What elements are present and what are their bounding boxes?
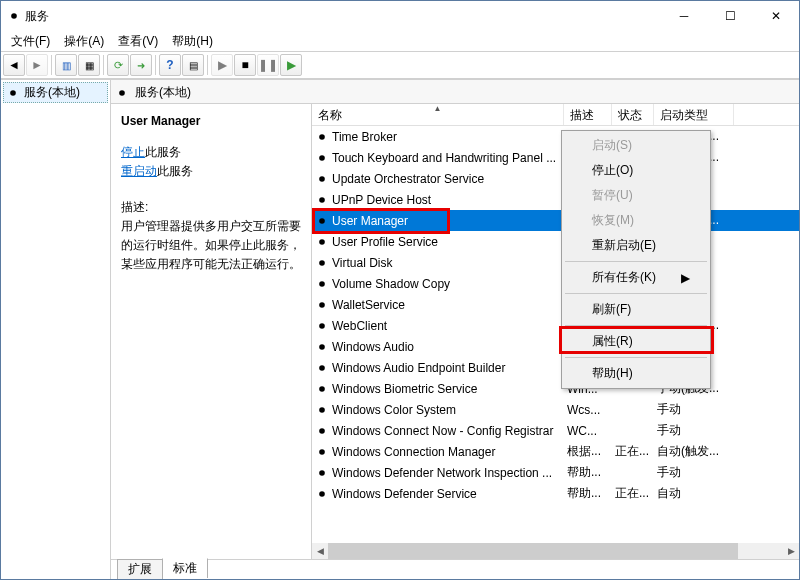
toolbar: ◄ ► ▥ ▦ ⟳ ➜ ? ▤ ▶ ■ ❚❚ ▶ [1, 51, 799, 79]
gear-icon [315, 319, 329, 333]
service-row[interactable]: Windows Audio Endpoint Builder管理...正在...… [312, 357, 799, 378]
right-pane: 服务(本地) User Manager 停止此服务 重启动此服务 描述: 用户管… [111, 80, 799, 579]
service-row[interactable]: Virtual Disk提供...手动 [312, 252, 799, 273]
service-name: Windows Biometric Service [332, 382, 477, 396]
restart-service-button[interactable]: ▶ [280, 54, 302, 76]
gear-icon [315, 487, 329, 501]
tab-extended[interactable]: 扩展 [117, 559, 163, 579]
service-name: WalletService [332, 298, 405, 312]
context-menu-item[interactable]: 刷新(F) [564, 297, 708, 322]
stop-service-button[interactable]: ■ [234, 54, 256, 76]
service-row[interactable]: Windows Biometric ServiceWin...手动(触发... [312, 378, 799, 399]
gear-icon [315, 340, 329, 354]
export-button[interactable]: ➜ [130, 54, 152, 76]
col-startup[interactable]: 启动类型 [654, 104, 734, 125]
tree-root-label: 服务(本地) [24, 84, 80, 101]
nav-forward-button[interactable]: ► [26, 54, 48, 76]
content-tab-label: 服务(本地) [135, 84, 191, 101]
menu-view[interactable]: 查看(V) [112, 31, 164, 52]
maximize-button[interactable]: ☐ [707, 1, 753, 31]
help-button[interactable]: ? [159, 54, 181, 76]
service-name: Volume Shadow Copy [332, 277, 450, 291]
gear-icon [315, 466, 329, 480]
context-menu-item[interactable]: 属性(R) [564, 329, 708, 354]
view-mode-button[interactable]: ▦ [78, 54, 100, 76]
service-name: Windows Audio [332, 340, 414, 354]
horizontal-scrollbar[interactable]: ◀ ▶ [312, 543, 799, 559]
sort-asc-icon: ▲ [434, 104, 442, 113]
service-row[interactable]: Volume Shadow Copy管理...手动 [312, 273, 799, 294]
scrollbar-thumb[interactable] [328, 543, 738, 559]
menu-separator [565, 293, 707, 294]
minimize-button[interactable]: ─ [661, 1, 707, 31]
col-status[interactable]: 状态 [612, 104, 654, 125]
start-service-button[interactable]: ▶ [211, 54, 233, 76]
show-hide-tree-button[interactable]: ▥ [55, 54, 77, 76]
service-name: Windows Color System [332, 403, 456, 417]
service-row[interactable]: Windows Connection Manager根据...正在...自动(触… [312, 441, 799, 462]
context-menu-item[interactable]: 所有任务(K)▶ [564, 265, 708, 290]
properties-button[interactable]: ▤ [182, 54, 204, 76]
service-row[interactable]: WalletService电子...手动 [312, 294, 799, 315]
nav-back-button[interactable]: ◄ [3, 54, 25, 76]
tree-root-item[interactable]: 服务(本地) [3, 82, 108, 103]
titlebar[interactable]: 服务 ─ ☐ ✕ [1, 1, 799, 31]
gear-icon [315, 445, 329, 459]
list-rows[interactable]: Time Broker协调...正在...手动(触发...Touch Keybo… [312, 126, 799, 543]
service-row[interactable]: WebClient使基...手动(触发... [312, 315, 799, 336]
service-row[interactable]: Update Orchestrator ServiceUso...手动 [312, 168, 799, 189]
service-row[interactable]: Windows Defender Service帮助...正在...自动 [312, 483, 799, 504]
context-menu-item[interactable]: 停止(O) [564, 158, 708, 183]
service-row[interactable]: Time Broker协调...正在...手动(触发... [312, 126, 799, 147]
context-menu-item[interactable]: 帮助(H) [564, 361, 708, 386]
menu-file[interactable]: 文件(F) [5, 31, 56, 52]
service-row[interactable]: Windows Defender Network Inspection ...帮… [312, 462, 799, 483]
service-row[interactable]: Touch Keyboard and Handwriting Panel ...… [312, 147, 799, 168]
context-menu-item[interactable]: 重新启动(E) [564, 233, 708, 258]
service-row[interactable]: User Profile Service此服...正在...自动 [312, 231, 799, 252]
scroll-left-button[interactable]: ◀ [312, 543, 328, 559]
menu-action[interactable]: 操作(A) [58, 31, 110, 52]
stop-link[interactable]: 停止 [121, 145, 145, 159]
refresh-button[interactable]: ⟳ [107, 54, 129, 76]
col-name[interactable]: 名称▲ [312, 104, 564, 125]
context-menu-item: 暂停(U) [564, 183, 708, 208]
service-desc: 帮助... [564, 485, 612, 502]
service-name: Touch Keyboard and Handwriting Panel ... [332, 151, 556, 165]
gear-icon [315, 298, 329, 312]
gear-icon [315, 424, 329, 438]
tree-pane: 服务(本地) [1, 80, 111, 579]
service-name: Windows Connect Now - Config Registrar [332, 424, 553, 438]
gear-icon [315, 277, 329, 291]
service-name: Update Orchestrator Service [332, 172, 484, 186]
gear-icon [315, 193, 329, 207]
service-status: 正在... [612, 485, 654, 502]
selected-service-name: User Manager [121, 112, 301, 131]
menu-help[interactable]: 帮助(H) [166, 31, 219, 52]
scroll-right-button[interactable]: ▶ [783, 543, 799, 559]
submenu-arrow-icon: ▶ [681, 271, 690, 285]
service-desc: Wcs... [564, 403, 612, 417]
gear-icon [315, 403, 329, 417]
window-title: 服务 [25, 8, 661, 25]
tab-standard[interactable]: 标准 [162, 558, 208, 578]
service-name: WebClient [332, 319, 387, 333]
description-label: 描述: [121, 198, 301, 217]
service-row[interactable]: Windows Audio管理...正在...自动 [312, 336, 799, 357]
gear-icon [315, 130, 329, 144]
service-name: Windows Connection Manager [332, 445, 495, 459]
service-row[interactable]: UPnP Device Host允许 ...手动 [312, 189, 799, 210]
content-tab-head: 服务(本地) [111, 80, 799, 104]
pause-service-button[interactable]: ❚❚ [257, 54, 279, 76]
restart-link[interactable]: 重启动 [121, 164, 157, 178]
service-startup: 手动 [654, 464, 734, 481]
service-row[interactable]: User Manager用户...正在...自动(触发... [312, 210, 799, 231]
close-button[interactable]: ✕ [753, 1, 799, 31]
service-row[interactable]: Windows Color SystemWcs...手动 [312, 399, 799, 420]
service-name: UPnP Device Host [332, 193, 431, 207]
service-name: User Manager [332, 214, 408, 228]
service-name: Windows Defender Service [332, 487, 477, 501]
service-desc: 帮助... [564, 464, 612, 481]
service-row[interactable]: Windows Connect Now - Config RegistrarWC… [312, 420, 799, 441]
col-desc[interactable]: 描述 [564, 104, 612, 125]
